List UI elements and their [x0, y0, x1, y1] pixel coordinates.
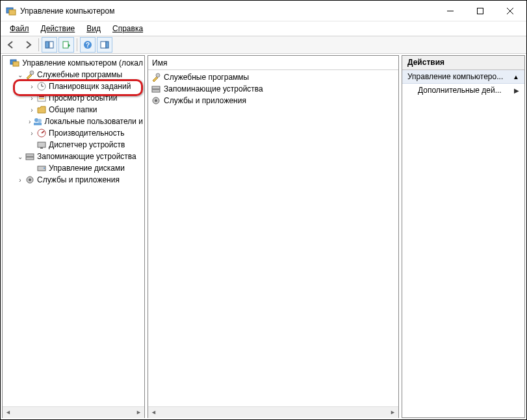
svg-rect-7: [49, 42, 53, 48]
toolbar-separator: [38, 38, 39, 51]
show-action-pane-button[interactable]: [97, 37, 112, 53]
menu-view[interactable]: Вид: [81, 23, 106, 34]
chevron-right-icon[interactable]: ›: [27, 130, 36, 137]
services-icon: [151, 95, 161, 106]
svg-rect-28: [40, 147, 43, 149]
export-list-button[interactable]: [58, 37, 74, 53]
scrollbar-horizontal[interactable]: ◄ ►: [148, 406, 398, 417]
svg-rect-6: [45, 42, 49, 48]
list-item[interactable]: Запоминающие устройства: [151, 83, 396, 95]
chevron-right-icon[interactable]: ›: [27, 83, 36, 90]
tree-task-scheduler[interactable]: › Планировщик заданий: [4, 80, 143, 92]
svg-rect-8: [63, 42, 68, 48]
services-icon: [25, 175, 35, 185]
tree-local-users[interactable]: › Локальные пользователи и: [4, 116, 143, 127]
users-icon: [32, 116, 43, 127]
event-viewer-icon: [36, 93, 47, 103]
menu-action[interactable]: Действие: [36, 23, 81, 34]
scroll-left-icon[interactable]: ◄: [3, 407, 14, 418]
svg-text:?: ?: [86, 42, 90, 49]
list-item[interactable]: Службы и приложения: [151, 95, 396, 106]
svg-rect-29: [26, 154, 34, 156]
disk-icon: [36, 163, 47, 173]
svg-point-34: [29, 179, 31, 181]
tree-label: Службы и приложения: [37, 175, 120, 184]
tree-device-manager[interactable]: Диспетчер устройств: [4, 139, 143, 151]
titlebar: Управление компьютером: [1, 1, 526, 21]
svg-rect-37: [152, 90, 160, 92]
chevron-right-icon[interactable]: ›: [27, 118, 32, 125]
svg-rect-21: [39, 98, 44, 99]
svg-rect-14: [13, 62, 19, 66]
chevron-right-icon[interactable]: ›: [16, 177, 25, 184]
actions-section-label: Управление компьютеро...: [407, 72, 503, 81]
tree-performance[interactable]: › Производительность: [4, 127, 143, 139]
tree-label: Планировщик заданий: [49, 82, 131, 91]
action-item-label: Дополнительные дей...: [418, 86, 502, 95]
forward-button[interactable]: [20, 37, 36, 53]
minimize-button[interactable]: [435, 1, 465, 21]
tree-system-tools[interactable]: ⌄ Служебные программы: [4, 69, 143, 80]
chevron-right-icon: ▶: [514, 87, 519, 94]
scrollbar-horizontal[interactable]: ◄ ►: [3, 406, 144, 417]
tree-services-apps[interactable]: › Службы и приложения: [4, 174, 143, 186]
tree-label: Запоминающие устройства: [37, 152, 136, 161]
list-item[interactable]: Служебные программы: [151, 71, 396, 83]
tree-root[interactable]: Управление компьютером (локал: [4, 57, 143, 69]
shared-folder-icon: [36, 105, 47, 115]
app-icon: [6, 6, 16, 16]
tools-icon: [151, 72, 161, 82]
tree-label: Управление дисками: [49, 164, 125, 173]
tree-storage[interactable]: ⌄ Запоминающие устройства: [4, 151, 143, 162]
list-item-label: Запоминающие устройства: [164, 84, 263, 93]
tree-disk-management[interactable]: Управление дисками: [4, 162, 143, 174]
scroll-track[interactable]: [14, 407, 133, 418]
list-view[interactable]: Служебные программы Запоминающие устройс…: [148, 70, 398, 406]
storage-icon: [151, 84, 161, 94]
scroll-right-icon[interactable]: ►: [387, 407, 398, 418]
tree-pane: Управление компьютером (локал ⌄ Служебны…: [2, 55, 145, 418]
tree-label: Управление компьютером (локал: [22, 58, 143, 68]
maximize-button[interactable]: [465, 1, 495, 21]
actions-header: Действия: [402, 56, 524, 70]
list-pane: Имя Служебные программы Запоминающие уст…: [148, 55, 399, 418]
svg-point-23: [38, 119, 42, 123]
svg-point-22: [34, 118, 38, 122]
chevron-down-icon[interactable]: ⌄: [16, 71, 25, 79]
tree-label: Диспетчер устройств: [49, 140, 125, 149]
tree-label: Производительность: [49, 129, 124, 138]
console-tree[interactable]: Управление компьютером (локал ⌄ Служебны…: [3, 56, 144, 406]
tree-event-viewer[interactable]: › Просмотр событий: [4, 92, 143, 104]
svg-rect-12: [106, 42, 109, 48]
back-button[interactable]: [3, 37, 19, 53]
svg-rect-11: [101, 42, 106, 48]
close-button[interactable]: [495, 1, 525, 21]
scroll-right-icon[interactable]: ►: [133, 407, 144, 418]
column-header: Имя: [148, 56, 398, 70]
actions-pane: Действия Управление компьютеро... ▲ Допо…: [402, 55, 525, 418]
toolbar-separator: [77, 38, 77, 51]
chevron-right-icon[interactable]: ›: [27, 106, 36, 114]
toolbar: ?: [1, 36, 526, 54]
tree-shared-folders[interactable]: › Общие папки: [4, 104, 143, 116]
chevron-down-icon[interactable]: ⌄: [16, 153, 25, 160]
action-more[interactable]: Дополнительные дей... ▶: [402, 84, 524, 97]
svg-rect-30: [26, 157, 34, 160]
device-manager-icon: [36, 140, 47, 150]
list-item-label: Службы и приложения: [164, 96, 246, 105]
scroll-track[interactable]: [159, 407, 387, 418]
svg-rect-24: [34, 123, 42, 125]
column-name[interactable]: Имя: [152, 58, 193, 68]
window-controls: [435, 1, 525, 21]
tree-label: Общие папки: [49, 105, 97, 114]
actions-section[interactable]: Управление компьютеро... ▲: [402, 70, 524, 84]
menu-help[interactable]: Справка: [107, 23, 148, 34]
tree-label: Локальные пользователи и: [45, 117, 143, 126]
collapse-up-icon[interactable]: ▲: [513, 73, 519, 80]
window-title: Управление компьютером: [20, 6, 435, 16]
help-button[interactable]: ?: [80, 37, 96, 53]
show-hide-tree-button[interactable]: [42, 37, 57, 53]
chevron-right-icon[interactable]: ›: [27, 95, 36, 102]
scroll-left-icon[interactable]: ◄: [148, 407, 159, 418]
menu-file[interactable]: Файл: [5, 23, 34, 34]
